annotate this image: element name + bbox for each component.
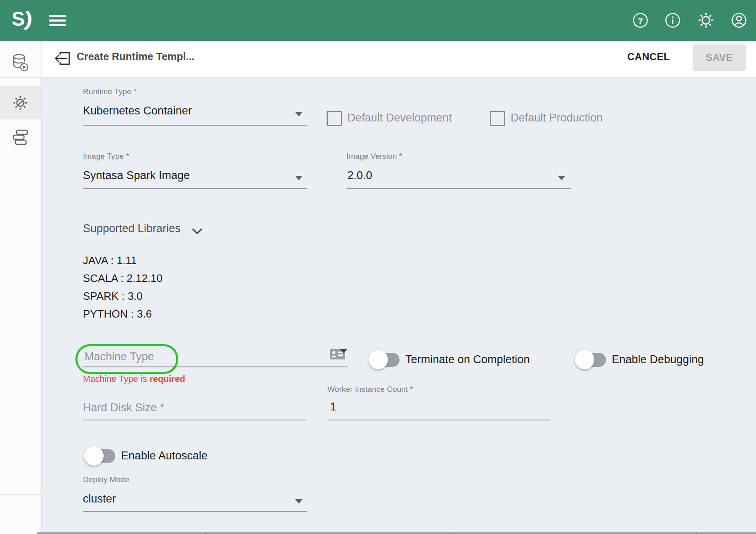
runtime-type-underline — [83, 125, 307, 126]
sidebar-divider — [0, 77, 41, 78]
database-play-icon — [11, 53, 30, 73]
save-button[interactable]: SAVE — [693, 44, 746, 71]
hard-disk-size-input[interactable]: Hard Disk Size * — [83, 401, 165, 414]
app-window: S) ? — [0, 0, 756, 534]
image-type-underline — [83, 188, 307, 189]
enable-autoscale-label: Enable Autoscale — [121, 449, 208, 462]
info-icon[interactable] — [664, 11, 682, 29]
runtime-type-label: Runtime Type * — [83, 87, 137, 96]
image-type-select[interactable]: Syntasa Spark Image — [83, 169, 190, 182]
chevron-down-icon[interactable] — [191, 228, 203, 237]
deploy-mode-caret-icon[interactable] — [295, 499, 303, 504]
default-development-checkbox[interactable] — [327, 111, 342, 126]
worker-instance-count-underline — [327, 420, 551, 420]
contact-card-dropdown-icon[interactable] — [330, 347, 349, 363]
default-development-label: Default Development — [347, 112, 452, 124]
image-version-underline — [346, 188, 571, 189]
supported-libraries-toggle[interactable]: Supported Libraries — [83, 222, 181, 235]
gear-wrench-icon — [12, 94, 29, 112]
worker-instance-count-label: Worker Instance Count * — [327, 385, 413, 394]
machine-type-highlight-annotation — [75, 344, 178, 374]
enable-debugging-toggle[interactable] — [575, 352, 607, 368]
syntasa-logo[interactable]: S) — [12, 7, 31, 30]
image-version-caret-icon[interactable] — [558, 176, 565, 180]
hard-disk-size-underline — [83, 420, 307, 420]
runtime-type-select[interactable]: Kubernetes Container — [83, 104, 192, 117]
enable-autoscale-toggle[interactable] — [85, 448, 116, 464]
svg-text:?: ? — [638, 16, 643, 25]
sidebar-item-admin-settings[interactable] — [0, 86, 41, 119]
machine-type-error: Machine Type is required — [83, 374, 185, 384]
gear-icon[interactable] — [697, 11, 715, 29]
hamburger-menu-icon[interactable] — [49, 15, 66, 26]
image-version-select[interactable]: 2.0.0 — [347, 169, 372, 182]
image-type-caret-icon[interactable] — [295, 176, 303, 180]
stacked-layers-icon — [11, 129, 29, 146]
sidebar-bottom-divider — [0, 494, 41, 495]
terminate-on-completion-toggle[interactable] — [369, 352, 400, 368]
image-type-label: Image Type * — [83, 152, 129, 161]
enable-debugging-label: Enable Debugging — [612, 353, 704, 366]
form-panel — [41, 78, 756, 532]
account-icon[interactable] — [730, 11, 748, 29]
sidebar-item-datasets[interactable] — [0, 49, 41, 78]
deploy-mode-underline — [83, 511, 307, 512]
library-item-java: JAVA : 1.11 — [83, 254, 137, 267]
library-item-python: PYTHON : 3.6 — [83, 308, 152, 320]
library-item-spark: SPARK : 3.0 — [83, 290, 143, 303]
bottom-scrollbar[interactable] — [37, 532, 756, 534]
image-version-label: Image Version * — [346, 152, 402, 161]
machine-type-underline — [83, 367, 348, 367]
back-button[interactable] — [53, 49, 72, 68]
deploy-mode-label: Deploy Mode — [83, 475, 129, 484]
default-production-checkbox[interactable] — [490, 111, 505, 126]
sidebar — [0, 41, 41, 534]
help-icon[interactable]: ? — [631, 11, 649, 29]
page-title: Create Runtime Templ... — [77, 51, 194, 63]
deploy-mode-select[interactable]: cluster — [83, 493, 116, 505]
terminate-on-completion-label: Terminate on Completion — [405, 353, 530, 366]
sidebar-item-stacks[interactable] — [0, 123, 41, 152]
library-item-scala: SCALA : 2.12.10 — [83, 272, 162, 285]
top-app-bar: S) ? — [0, 0, 756, 41]
worker-instance-count-input[interactable]: 1 — [330, 400, 336, 413]
cancel-button[interactable]: CANCEL — [618, 51, 679, 65]
runtime-type-caret-icon[interactable] — [295, 112, 303, 117]
default-production-label: Default Production — [511, 112, 603, 124]
